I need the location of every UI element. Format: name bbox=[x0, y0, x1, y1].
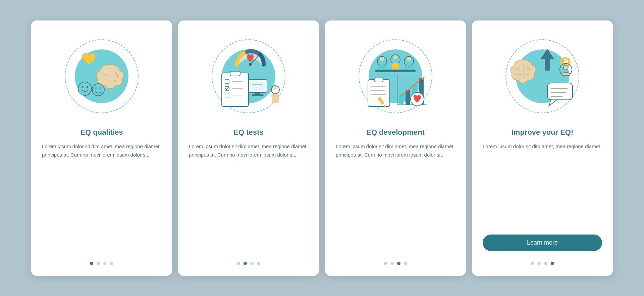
dot-3-1 bbox=[384, 262, 387, 265]
illustration-eq-tests bbox=[205, 33, 292, 120]
svg-point-4 bbox=[92, 84, 104, 96]
dot-4-3 bbox=[544, 262, 547, 265]
card-text-eq-development: Lorem ipsum dolor sit dim amet, mea regi… bbox=[336, 142, 455, 252]
eq-tests-icon bbox=[215, 43, 282, 110]
dots-row-1 bbox=[90, 262, 113, 265]
svg-point-1 bbox=[78, 82, 92, 95]
card-eq-tests: EQ tests Lorem ipsum dolor sit dim amet,… bbox=[178, 20, 319, 276]
eq-qualities-icon bbox=[68, 43, 135, 110]
svg-point-3 bbox=[87, 86, 88, 88]
svg-rect-32 bbox=[368, 80, 390, 107]
dot-2-4 bbox=[257, 262, 260, 265]
svg-marker-48 bbox=[541, 49, 554, 71]
card-eq-qualities: EQ qualities Lorem ipsum dolor sit dim a… bbox=[31, 20, 172, 276]
improve-eq-icon bbox=[509, 43, 576, 110]
svg-point-60 bbox=[564, 65, 568, 70]
svg-point-24 bbox=[274, 86, 277, 89]
dot-2-1 bbox=[237, 262, 240, 265]
svg-rect-41 bbox=[399, 95, 404, 105]
dot-4-2 bbox=[537, 262, 541, 265]
svg-point-8 bbox=[249, 63, 252, 66]
card-text-improve-eq: Lorem ipsum dolor sit dim amet, mea regi… bbox=[483, 142, 602, 227]
svg-point-5 bbox=[95, 87, 97, 89]
eq-development-icon bbox=[362, 43, 429, 110]
illustration-improve-eq bbox=[499, 33, 586, 120]
card-eq-development: EQ development Lorem ipsum dolor sit dim… bbox=[325, 20, 466, 276]
illustration-eq-development bbox=[352, 33, 439, 120]
dot-3-4 bbox=[404, 262, 407, 265]
cards-container: EQ qualities Lorem ipsum dolor sit dim a… bbox=[11, 7, 633, 289]
svg-point-29 bbox=[393, 55, 397, 59]
svg-rect-51 bbox=[564, 57, 566, 59]
card-title-eq-development: EQ development bbox=[366, 128, 425, 137]
svg-marker-62 bbox=[549, 100, 557, 106]
card-title-improve-eq: Improve your EQ! bbox=[512, 128, 574, 137]
card-improve-eq: Improve your EQ! Lorem ipsum dolor sit d… bbox=[472, 20, 613, 276]
dot-2-2 bbox=[244, 262, 247, 265]
svg-point-31 bbox=[407, 57, 411, 61]
svg-rect-19 bbox=[252, 94, 264, 96]
card-title-eq-tests: EQ tests bbox=[233, 128, 263, 137]
svg-rect-54 bbox=[568, 61, 571, 63]
dot-1-4 bbox=[110, 262, 113, 265]
svg-point-27 bbox=[380, 57, 384, 61]
svg-rect-20 bbox=[250, 81, 265, 91]
svg-rect-18 bbox=[255, 92, 260, 94]
learn-more-button[interactable]: Learn more bbox=[483, 235, 602, 251]
dots-row-3 bbox=[384, 262, 407, 265]
dot-1-1 bbox=[90, 262, 93, 265]
dot-1-3 bbox=[103, 262, 107, 265]
svg-rect-53 bbox=[560, 61, 562, 63]
card-text-eq-tests: Lorem ipsum dolor sit dim amet, mea regi… bbox=[189, 142, 308, 252]
dots-row-4 bbox=[531, 262, 554, 265]
dot-1-2 bbox=[97, 262, 100, 265]
dot-3-3 bbox=[397, 262, 400, 265]
svg-point-2 bbox=[82, 86, 84, 88]
svg-rect-9 bbox=[222, 73, 249, 107]
svg-rect-33 bbox=[375, 78, 383, 82]
card-text-eq-qualities: Lorem ipsum dolor sit dim amet, mea regi… bbox=[42, 142, 161, 252]
dots-row-2 bbox=[237, 262, 260, 265]
dot-3-2 bbox=[390, 262, 394, 265]
dot-4-1 bbox=[531, 262, 534, 265]
dot-2-3 bbox=[250, 262, 254, 265]
illustration-eq-qualities bbox=[58, 33, 145, 120]
card-title-eq-qualities: EQ qualities bbox=[80, 128, 123, 137]
svg-rect-10 bbox=[230, 71, 240, 76]
svg-point-6 bbox=[100, 87, 101, 89]
dot-4-4 bbox=[551, 262, 554, 265]
svg-rect-61 bbox=[547, 83, 573, 100]
